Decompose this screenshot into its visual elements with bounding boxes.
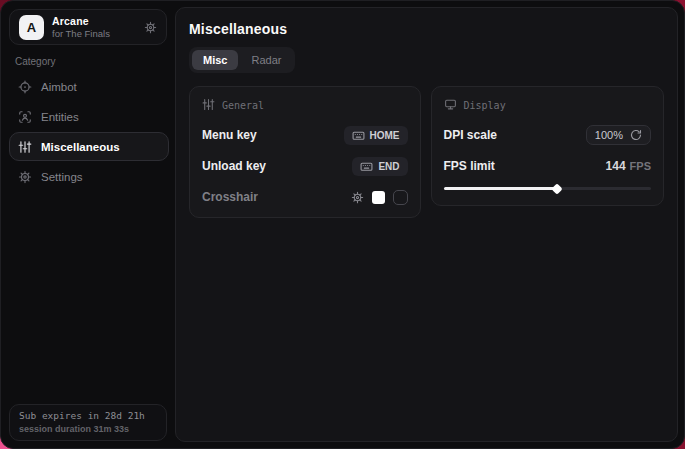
crosshair-label: Crosshair [202,190,258,204]
sliders-icon [18,140,32,154]
tab-radar[interactable]: Radar [240,50,292,70]
dpi-scale-control[interactable]: 100% [586,125,651,145]
fps-limit-row: FPS limit 144 FPS [444,157,651,175]
gear-icon [18,170,32,184]
sidebar-item-entities[interactable]: Entities [9,102,169,131]
crosshair-row: Crosshair [202,188,408,206]
sidebar-nav: Aimbot Entities Miscellaneous [9,72,169,191]
crosshair-checkbox[interactable] [393,190,408,205]
brand-text: Arcane for The Finals [52,15,110,39]
unload-key-value: END [378,161,399,172]
unload-key-label: Unload key [202,159,266,173]
crosshair-icon [18,80,32,94]
tab-misc[interactable]: Misc [192,50,238,70]
sidebar-item-label: Settings [41,171,83,183]
session-duration-text: session duration 31m 33s [19,424,157,434]
crosshair-controls [351,190,408,205]
brand-subtitle: for The Finals [52,28,110,39]
monitor-icon [444,98,457,113]
sidebar-item-aimbot[interactable]: Aimbot [9,72,169,101]
sliders-icon [202,98,215,113]
fps-limit-slider[interactable] [444,182,651,194]
brand-gear-icon[interactable] [144,21,157,34]
unload-key-row: Unload key END [202,157,408,175]
general-card-header: General [202,98,408,113]
menu-key-label: Menu key [202,128,257,142]
fps-limit-value: 144 FPS [606,159,651,173]
sidebar-item-miscellaneous[interactable]: Miscellaneous [9,132,169,161]
display-card-header: Display [444,98,651,113]
menu-key-value: HOME [370,130,400,141]
cards-row: General Menu key HOME Unload key [189,86,664,218]
unload-key-bind-button[interactable]: END [352,157,407,176]
display-card: Display DPI scale 100% FPS limit [431,86,664,206]
brand-header: A Arcane for The Finals [9,9,167,45]
dpi-scale-label: DPI scale [444,128,497,142]
sub-expiry-text: Sub expires in 28d 21h [19,410,157,421]
sidebar-item-label: Aimbot [41,81,77,93]
page-title: Miscellaneous [189,21,664,37]
sidebar-item-label: Miscellaneous [41,141,120,153]
display-card-title: Display [464,100,506,111]
menu-key-bind-button[interactable]: HOME [344,126,408,145]
keyboard-icon [360,160,373,173]
menu-key-row: Menu key HOME [202,126,408,144]
crosshair-settings-gear-icon[interactable] [351,191,364,204]
crosshair-color-swatch[interactable] [372,191,385,204]
sidebar-item-label: Entities [41,111,79,123]
entities-icon [18,110,32,124]
refresh-icon[interactable] [630,129,642,141]
general-card-title: General [222,100,264,111]
keyboard-icon [352,129,365,142]
fps-limit-label: FPS limit [444,159,495,173]
sidebar-item-settings[interactable]: Settings [9,162,169,191]
fps-unit: FPS [630,160,651,172]
sidebar: A Arcane for The Finals Category [1,1,175,448]
category-label: Category [15,56,56,67]
tab-group: Misc Radar [189,47,295,73]
subscription-status: Sub expires in 28d 21h session duration … [9,404,167,441]
brand-avatar: A [19,15,44,40]
main-panel: Miscellaneous Misc Radar General Menu ke… [175,7,678,442]
brand-title: Arcane [52,15,110,27]
slider-fill [444,187,556,190]
fps-number: 144 [606,159,626,173]
general-card: General Menu key HOME Unload key [189,86,421,218]
dpi-scale-value: 100% [595,129,623,141]
slider-thumb[interactable] [551,183,562,194]
app-window: A Arcane for The Finals Category [0,0,685,449]
dpi-scale-row: DPI scale 100% [444,126,651,144]
